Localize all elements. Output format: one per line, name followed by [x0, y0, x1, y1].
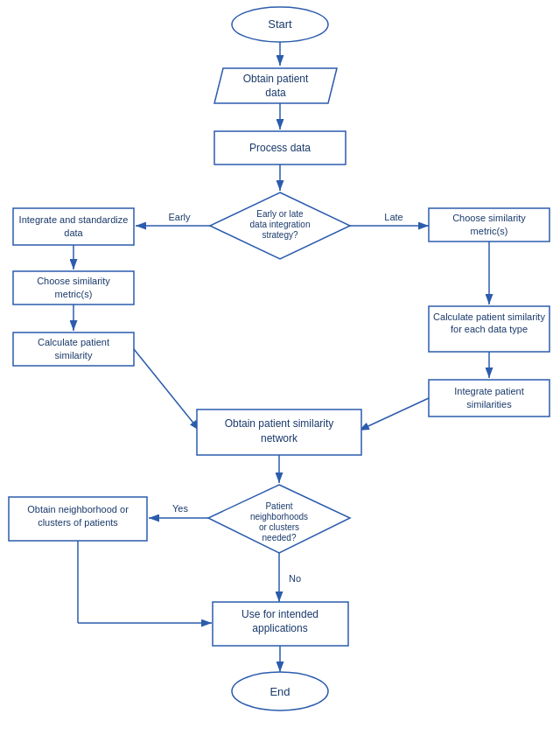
choose-similarity-right-label2: metric(s): [471, 226, 508, 236]
choose-similarity-left-label2: metric(s): [55, 289, 93, 299]
decision-clusters-label3: or clusters: [259, 522, 299, 532]
obtain-clusters-label1: Obtain neighborhood or: [27, 504, 129, 514]
obtain-network-label2: network: [261, 432, 298, 444]
end-label: End: [270, 685, 290, 698]
process-data-label: Process data: [249, 142, 311, 154]
late-label: Late: [384, 212, 402, 222]
integrate-standardize-label2: data: [64, 228, 83, 238]
obtain-clusters-label2: clusters of patients: [38, 517, 118, 528]
calc-similarity-left-label2: similarity: [55, 350, 93, 360]
svg-line-15: [134, 349, 200, 430]
obtain-data-label: Obtain patient: [243, 73, 309, 85]
flowchart: Start Obtain patient data Process data E…: [0, 0, 560, 735]
calc-similarity-left-label1: Calculate patient: [38, 337, 109, 347]
use-applications-label2: applications: [252, 622, 307, 634]
obtain-data-label2: data: [265, 87, 286, 99]
calc-similarity-right-label1: Calculate patient similarity: [433, 312, 545, 322]
decision-clusters-label4: needed?: [262, 533, 297, 542]
no-label: No: [289, 573, 301, 584]
integrate-similarities-label2: similarities: [466, 399, 512, 410]
integrate-standardize-label1: Integrate and standardize: [19, 214, 129, 225]
obtain-network-label1: Obtain patient similarity: [225, 417, 334, 430]
choose-similarity-right-label1: Choose similarity: [452, 213, 526, 223]
start-label: Start: [268, 18, 292, 31]
decision-integration-label1: Early or late: [256, 209, 304, 219]
choose-similarity-left-label1: Choose similarity: [37, 276, 110, 286]
decision-clusters-label1: Patient: [265, 501, 292, 511]
decision-clusters-label2: neighborhoods: [250, 512, 308, 522]
yes-label: Yes: [172, 503, 188, 514]
decision-integration-label3: strategy?: [262, 230, 298, 240]
svg-line-21: [359, 398, 429, 430]
use-applications-label1: Use for intended: [242, 608, 318, 620]
decision-integration-label2: data integration: [250, 220, 311, 229]
integrate-similarities-label1: Integrate patient: [454, 386, 524, 396]
calc-similarity-right-label2: for each data type: [451, 324, 528, 334]
early-label: Early: [168, 212, 191, 222]
